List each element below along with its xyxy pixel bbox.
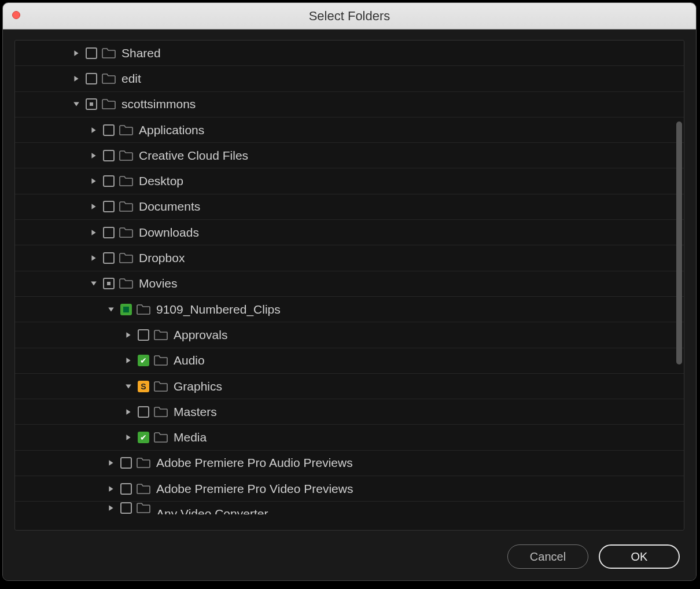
checkbox[interactable] <box>103 227 115 238</box>
tree-row[interactable]: Downloads <box>15 220 684 245</box>
folder-label: Graphics <box>174 380 222 393</box>
tree-row[interactable]: Graphics <box>15 374 684 399</box>
tree-row[interactable]: Approvals <box>15 322 684 348</box>
checkbox[interactable] <box>138 355 149 366</box>
folder-label: Adobe Premiere Pro Video Previews <box>156 482 353 496</box>
tree-container: SharededitscottsimmonsApplicationsCreati… <box>14 40 684 531</box>
chevron-down-icon[interactable] <box>124 382 133 391</box>
folder-icon <box>137 458 150 468</box>
footer: Cancel OK <box>3 538 696 580</box>
folder-icon <box>119 201 133 212</box>
folder-label: edit <box>121 72 141 86</box>
tree-row[interactable]: 9109_Numbered_Clips <box>15 297 684 322</box>
chevron-right-icon[interactable] <box>89 126 98 135</box>
chevron-right-icon[interactable] <box>124 433 133 442</box>
folder-label: Approvals <box>174 328 227 342</box>
folder-icon <box>154 381 168 392</box>
folder-label: Movies <box>139 277 178 290</box>
chevron-right-icon[interactable] <box>89 176 98 186</box>
checkbox[interactable] <box>86 47 97 59</box>
window-title: Select Folders <box>3 9 696 24</box>
checkbox[interactable] <box>103 150 115 161</box>
checkbox[interactable] <box>120 502 132 514</box>
tree-row[interactable]: Media <box>15 425 684 450</box>
checkbox[interactable] <box>138 406 149 418</box>
close-button[interactable] <box>12 11 20 19</box>
folder-tree[interactable]: SharededitscottsimmonsApplicationsCreati… <box>15 41 684 530</box>
tree-row[interactable]: Adobe Premiere Pro Video Previews <box>15 476 684 502</box>
chevron-right-icon[interactable] <box>106 503 116 513</box>
scrollbar-thumb[interactable] <box>676 122 682 365</box>
tree-row[interactable]: Masters <box>15 399 684 425</box>
folder-icon <box>154 330 168 340</box>
checkbox[interactable] <box>103 278 115 289</box>
folder-icon <box>119 253 133 263</box>
chevron-down-icon[interactable] <box>72 100 81 109</box>
chevron-right-icon[interactable] <box>89 228 98 237</box>
chevron-right-icon[interactable] <box>124 330 133 340</box>
checkbox[interactable] <box>103 124 115 136</box>
checkbox[interactable] <box>120 304 132 315</box>
checkbox[interactable] <box>86 73 97 84</box>
folder-icon <box>119 150 133 161</box>
chevron-right-icon[interactable] <box>89 253 98 263</box>
tree-row[interactable]: Movies <box>15 271 684 297</box>
checkbox[interactable] <box>103 252 115 264</box>
folder-label: Shared <box>121 46 161 60</box>
folder-icon <box>154 407 168 417</box>
cancel-button[interactable]: Cancel <box>507 544 588 569</box>
titlebar: Select Folders <box>3 3 696 30</box>
folder-icon <box>154 432 168 443</box>
tree-row[interactable]: Documents <box>15 194 684 220</box>
tree-row[interactable]: Audio <box>15 348 684 374</box>
tree-row[interactable]: Any Video Converter <box>15 502 684 514</box>
chevron-right-icon[interactable] <box>124 356 133 365</box>
tree-row[interactable]: Adobe Premiere Pro Audio Previews <box>15 451 684 476</box>
tree-row[interactable]: scottsimmons <box>15 92 684 117</box>
tree-row[interactable]: Creative Cloud Files <box>15 143 684 168</box>
folder-icon <box>102 73 116 84</box>
folder-label: Applications <box>139 123 204 137</box>
folder-icon <box>119 227 133 238</box>
window-controls <box>12 11 20 19</box>
chevron-right-icon[interactable] <box>124 407 133 417</box>
folder-label: Audio <box>174 354 205 367</box>
folder-icon <box>119 278 133 289</box>
dialog-window: Select Folders SharededitscottsimmonsApp… <box>2 2 697 581</box>
folder-icon <box>119 176 133 186</box>
ok-button[interactable]: OK <box>599 544 680 569</box>
chevron-right-icon[interactable] <box>106 484 116 494</box>
chevron-right-icon[interactable] <box>89 151 98 160</box>
tree-row[interactable]: Dropbox <box>15 245 684 271</box>
checkbox[interactable] <box>120 457 132 469</box>
checkbox[interactable] <box>103 175 115 187</box>
folder-label: 9109_Numbered_Clips <box>156 303 281 316</box>
checkbox[interactable] <box>103 201 115 212</box>
chevron-down-icon[interactable] <box>106 305 116 314</box>
chevron-right-icon[interactable] <box>72 74 81 83</box>
chevron-down-icon[interactable] <box>89 279 98 288</box>
folder-label: Downloads <box>139 226 199 240</box>
folder-label: scottsimmons <box>121 97 196 111</box>
chevron-right-icon[interactable] <box>72 49 81 58</box>
checkbox[interactable] <box>138 381 149 392</box>
chevron-right-icon[interactable] <box>106 458 116 467</box>
folder-label: Any Video Converter <box>156 507 268 514</box>
folder-icon <box>102 99 116 109</box>
folder-label: Masters <box>174 405 217 419</box>
checkbox[interactable] <box>138 329 149 341</box>
content-area: SharededitscottsimmonsApplicationsCreati… <box>3 30 696 538</box>
folder-label: Documents <box>139 200 200 213</box>
chevron-right-icon[interactable] <box>89 202 98 211</box>
checkbox[interactable] <box>86 98 97 110</box>
folder-icon <box>154 355 168 366</box>
tree-row[interactable]: Applications <box>15 117 684 143</box>
folder-icon <box>137 304 150 315</box>
checkbox[interactable] <box>120 483 132 495</box>
checkbox[interactable] <box>138 432 149 443</box>
tree-row[interactable]: Shared <box>15 41 684 66</box>
tree-row[interactable]: Desktop <box>15 168 684 194</box>
folder-icon <box>119 125 133 135</box>
folder-label: Dropbox <box>139 251 185 265</box>
tree-row[interactable]: edit <box>15 66 684 91</box>
